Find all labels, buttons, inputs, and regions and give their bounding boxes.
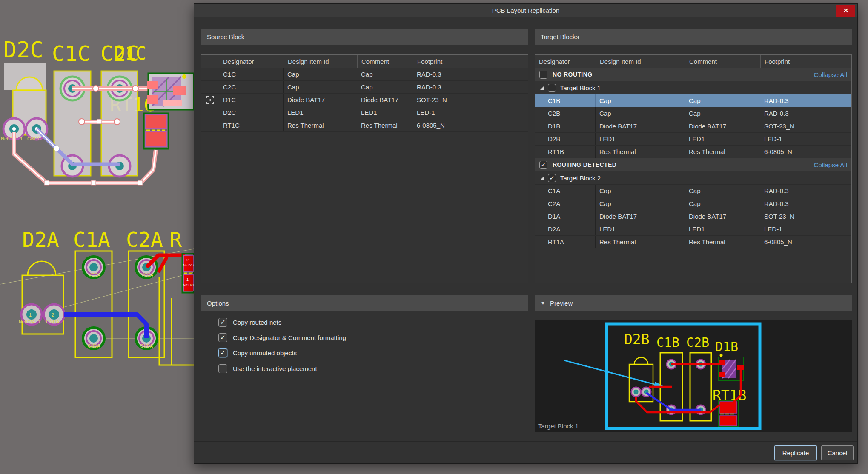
target-block-1-checkbox[interactable]	[548, 84, 556, 92]
replicate-button[interactable]: Replicate	[774, 445, 817, 460]
pcb-layout-replication-dialog: PCB Layout Replication ✕ Source Block Ta…	[194, 3, 858, 464]
preview-label-d1b: D1B	[715, 339, 738, 354]
table-row[interactable]: RT1A Res Thermal Res Thermal 6-0805_N	[535, 236, 851, 248]
table-row[interactable]: D2A LED1 LED1 LED-1	[535, 223, 851, 236]
preview-label-c1b: C1B	[656, 335, 679, 350]
expand-arrow-icon[interactable]	[540, 86, 544, 90]
table-row[interactable]: C2B Cap Cap RAD-0.3	[535, 107, 851, 120]
group-row-no-routing[interactable]: NO ROUTING Collapse All	[535, 68, 851, 81]
block-label: Target Block 1	[560, 84, 601, 91]
table-row[interactable]: D2B LED1 LED1 LED-1	[535, 133, 851, 146]
block-row-target-block-1[interactable]: Target Block 1	[535, 81, 851, 94]
source-block-table[interactable]: Designator Design Item Id Comment Footpr…	[201, 54, 528, 283]
column-header-icon	[201, 55, 219, 68]
source-block-header: Source Block	[201, 29, 528, 45]
column-header-designator[interactable]: Designator	[219, 55, 284, 68]
option-use-interactive-placement[interactable]: Use the interactive placement	[218, 363, 317, 374]
column-header-design-item-id[interactable]: Design Item Id	[284, 55, 357, 68]
block-row-target-block-2[interactable]: Target Block 2	[535, 171, 851, 185]
copy-designator-comment-checkbox[interactable]	[218, 333, 227, 342]
column-header-comment[interactable]: Comment	[357, 55, 413, 68]
options-header: Options	[201, 295, 528, 311]
option-copy-unrouted-objects[interactable]: Copy unrouted objects	[218, 347, 297, 359]
preview-canvas[interactable]: D2B C1B C2B D1B RT1B 1 2	[535, 320, 852, 432]
copy-routed-nets-checkbox[interactable]	[218, 318, 227, 327]
pad-number: 1	[29, 312, 32, 317]
dialog-titlebar[interactable]: PCB Layout Replication ✕	[194, 4, 857, 17]
preview-caption: Target Block 1	[538, 423, 579, 430]
cancel-button[interactable]: Cancel	[821, 445, 854, 460]
copy-unrouted-objects-checkbox[interactable]	[218, 348, 227, 357]
group-label: ROUTING DETECTED	[553, 161, 616, 168]
pcb-component-rt1c	[144, 113, 169, 149]
preview-header[interactable]: ▼ Preview	[535, 295, 852, 311]
pcb-label-r: R	[169, 228, 182, 251]
table-row[interactable]: RT1B Res Thermal Res Thermal 6-0805_N	[535, 146, 851, 158]
table-row[interactable]: D2C LED1 LED1 LED-1	[201, 106, 528, 119]
table-row[interactable]: C1A Cap Cap RAD-0.3	[535, 185, 851, 197]
table-row[interactable]: D1A Diode BAT17 Diode BAT17 SOT-23_N	[535, 210, 851, 223]
source-block-title: Source Block	[207, 33, 244, 40]
option-label: Copy unrouted objects	[233, 349, 297, 357]
pad-number: 2	[52, 312, 54, 317]
red-trace	[158, 257, 167, 272]
group-label: NO ROUTING	[553, 71, 592, 78]
table-row[interactable]: RT1C Res Thermal Res Thermal 6-0805_N	[201, 119, 528, 132]
column-header-footprint[interactable]: Footprint	[413, 55, 528, 68]
column-header-footprint[interactable]: Footprint	[760, 55, 851, 68]
net-label-gnda: GNDA	[46, 319, 60, 324]
column-header-designator[interactable]: Designator	[535, 55, 596, 68]
pcb-label-d2c: D2C	[3, 37, 43, 63]
component-net-label: No:D1A	[183, 263, 194, 267]
table-row[interactable]: D1B Diode BAT17 Diode BAT17 SOT-23_N	[535, 120, 851, 133]
option-label: Copy Designator & Comment formatting	[233, 334, 346, 341]
net-label-gnda: GNDA	[88, 344, 100, 348]
collapse-triangle-icon[interactable]: ▼	[541, 300, 545, 306]
target-blocks-table[interactable]: Designator Design Item Id Comment Footpr…	[535, 54, 852, 283]
preview-title: Preview	[550, 300, 573, 307]
expand-arrow-icon[interactable]	[540, 176, 544, 180]
option-copy-designator-comment-formatting[interactable]: Copy Designator & Comment formatting	[218, 331, 346, 343]
table-row[interactable]: D1C Diode BAT17 Diode BAT17 SOT-23_N	[201, 94, 528, 106]
column-header-design-item-id[interactable]: Design Item Id	[596, 55, 685, 68]
table-row[interactable]: C2A Cap Cap RAD-0.3	[535, 197, 851, 210]
pcb-label-c2a: C2A	[126, 228, 163, 251]
net-label-netd2c: NetD2C_1	[1, 136, 23, 141]
component-net-label: No:D2A	[183, 283, 194, 287]
pcb-label-c1c: C1C	[52, 41, 90, 66]
option-label: Use the interactive placement	[233, 365, 317, 372]
collapse-all-link[interactable]: Collapse All	[814, 161, 847, 168]
pcb-component-d1a-pads: 2 No:D1A 1 No:D2A	[182, 254, 194, 293]
net-label-gnda: GNDA	[140, 344, 153, 348]
preview-label-c2b: C2B	[686, 335, 709, 350]
close-icon[interactable]: ✕	[836, 5, 855, 17]
pcb-editor-background[interactable]: D2C C1C C2C D1C RT1C NetD2C_1 GNDC	[0, 0, 194, 474]
table-row[interactable]: C1C Cap Cap RAD-0.3	[201, 68, 528, 81]
pcb-label-d2a: D2A	[22, 228, 59, 251]
target-blocks-title: Target Blocks	[541, 33, 579, 40]
pcb-component-d1c	[147, 73, 194, 110]
pad-number: 2	[186, 258, 189, 262]
net-label-netd2a: NetD2A_1	[19, 319, 40, 324]
footer-separator	[194, 441, 857, 442]
options-title: Options	[207, 300, 229, 307]
block-label: Target Block 2	[560, 174, 601, 182]
pcb-block-a: D2A C1A C2A R 1 2 NetD2A_1 GNDA	[0, 228, 194, 365]
target-block-2-checkbox[interactable]	[548, 174, 556, 182]
use-interactive-placement-checkbox[interactable]	[218, 364, 227, 373]
column-header-comment[interactable]: Comment	[685, 55, 760, 68]
dialog-title: PCB Layout Replication	[492, 7, 559, 14]
table-row[interactable]: C1B Cap Cap RAD-0.3	[535, 94, 851, 107]
collapse-all-link[interactable]: Collapse All	[814, 71, 847, 78]
routing-detected-checkbox[interactable]	[539, 161, 547, 169]
table-row[interactable]: C2C Cap Cap RAD-0.3	[201, 81, 528, 94]
net-label-gndc: GNDC	[27, 136, 41, 141]
screen: D2C C1C C2C D1C RT1C NetD2C_1 GNDC	[0, 0, 868, 474]
crosshair-icon	[206, 96, 214, 104]
target-table-header-row: Designator Design Item Id Comment Footpr…	[535, 55, 851, 68]
no-routing-checkbox[interactable]	[539, 71, 547, 79]
group-row-routing-detected[interactable]: ROUTING DETECTED Collapse All	[535, 158, 851, 171]
pcb-label-c1a: C1A	[73, 228, 110, 251]
option-copy-routed-nets[interactable]: Copy routed nets	[218, 316, 281, 328]
target-blocks-header: Target Blocks	[535, 29, 852, 45]
